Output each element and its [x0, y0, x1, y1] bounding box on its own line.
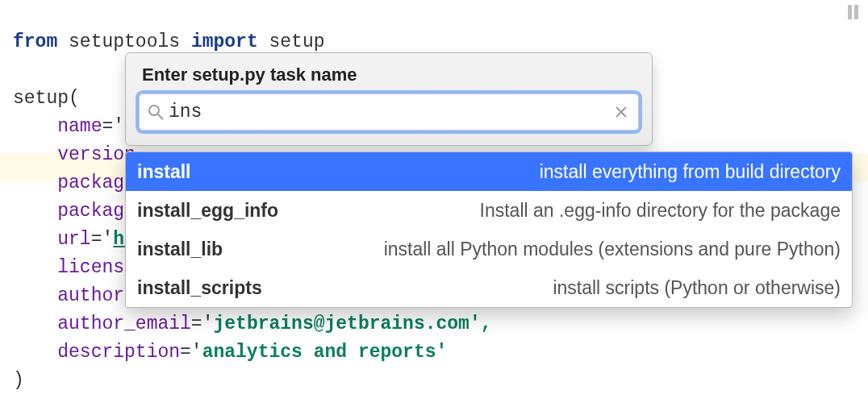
kwarg-description: description	[57, 342, 180, 363]
suggestion-name: install_lib	[137, 235, 223, 264]
kwarg-author-email: author_email	[57, 313, 191, 334]
kwarg-package: package	[57, 172, 136, 193]
search-icon	[148, 104, 164, 120]
suggestion-desc: Install an .egg-info directory for the p…	[480, 196, 841, 225]
pause-icon[interactable]	[845, 5, 860, 19]
keyword-from: from	[13, 31, 57, 52]
suggestion-desc: install scripts (Python or otherwise)	[553, 273, 841, 302]
task-search-popup: Enter setup.py task name	[125, 52, 653, 146]
suggestion-desc: install everything from build directory	[540, 157, 841, 186]
kwarg-package: package	[57, 201, 136, 222]
search-box[interactable]	[139, 93, 639, 131]
kwarg-url: url	[57, 229, 90, 250]
func-call: setup	[13, 88, 69, 109]
imported-name: setup	[269, 31, 325, 52]
suggestion-desc: install all Python modules (extensions a…	[384, 235, 841, 264]
popup-title: Enter setup.py task name	[142, 64, 639, 85]
suggestion-item[interactable]: install install everything from build di…	[126, 152, 852, 191]
suggestion-list: install install everything from build di…	[125, 152, 853, 308]
kwarg-license: license	[57, 257, 136, 278]
kwarg-author: author	[57, 285, 124, 306]
open-paren: (	[69, 88, 80, 109]
code-editor[interactable]: from setuptools import setup setup( name…	[0, 0, 868, 411]
suggestion-item[interactable]: install_egg_info Install an .egg-info di…	[126, 191, 852, 230]
svg-line-1	[158, 114, 163, 119]
suggestion-item[interactable]: install_scripts install scripts (Python …	[126, 268, 852, 307]
kwarg-name: name	[57, 116, 102, 137]
suggestion-name: install_scripts	[137, 273, 262, 302]
suggestion-item[interactable]: install_lib install all Python modules (…	[126, 230, 852, 268]
close-paren: )	[13, 370, 24, 391]
search-input[interactable]	[167, 101, 609, 123]
suggestion-name: install_egg_info	[137, 196, 278, 225]
kwarg-version: version	[57, 144, 136, 165]
svg-point-0	[149, 106, 159, 115]
keyword-import: import	[191, 31, 258, 52]
suggestion-name: install	[137, 157, 190, 186]
clear-icon[interactable]	[609, 100, 633, 124]
module-name: setuptools	[69, 31, 180, 52]
